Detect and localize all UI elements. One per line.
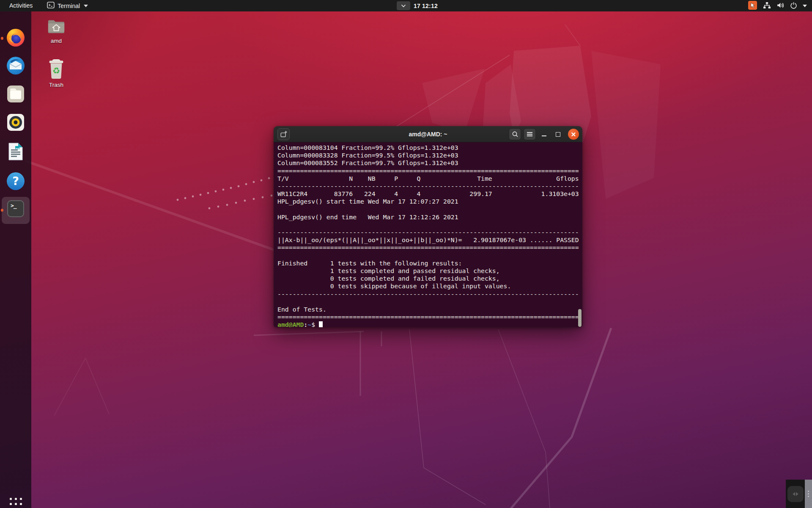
search-button[interactable] [509, 128, 521, 140]
minimize-icon [542, 135, 546, 136]
dock-item-terminal[interactable]: >_ [7, 200, 24, 217]
firefox-icon [5, 28, 26, 48]
terminal-line: Column=000083552 Fraction=99.7% Gflops=1… [277, 159, 582, 167]
terminal-window: amd@AMD: ~ [274, 126, 582, 327]
titlebar[interactable]: amd@AMD: ~ [274, 126, 582, 142]
corner-widget-panel [786, 480, 805, 508]
show-applications-button[interactable] [8, 496, 23, 508]
terminal-line: T/V N NB P Q Time Gflops [277, 175, 582, 182]
prompt-path: ~ [307, 321, 311, 327]
minimize-button[interactable] [538, 128, 550, 140]
terminal-line: 0 tests completed and failed residual ch… [277, 275, 582, 282]
new-tab-icon [280, 130, 288, 138]
menu-button[interactable] [524, 128, 536, 140]
dock: ? >_ [0, 11, 31, 508]
svg-text:?: ? [12, 174, 19, 188]
dock-item-thunderbird[interactable] [5, 55, 26, 76]
desktop-icon-trash[interactable]: ♻ Trash [41, 58, 72, 88]
thunderbird-icon [5, 55, 26, 76]
text-cursor [319, 321, 323, 327]
terminal-line: ========================================… [277, 167, 582, 175]
terminal-line: Column=000083328 Fraction=99.5% Gflops=1… [277, 152, 582, 159]
terminal-running-dot [1, 209, 3, 212]
terminal-line: 0 tests skipped because of illegal input… [277, 282, 582, 290]
terminal-line: ----------------------------------------… [277, 229, 582, 236]
desktop-icon-label: Trash [41, 82, 72, 88]
app-menu[interactable]: Terminal [47, 1, 88, 10]
terminal-line: HPL_pdgesv() end time Wed Mar 17 12:12:2… [277, 213, 582, 221]
maximize-icon [556, 132, 560, 137]
dock-item-libreoffice-writer[interactable] [5, 141, 26, 162]
activities-button[interactable]: Activities [6, 0, 36, 11]
terminal-scrollbar[interactable] [578, 309, 582, 327]
prompt-separator: : [304, 321, 307, 327]
terminal-app-icon [47, 1, 55, 10]
clock-label: 17 12:12 [414, 3, 438, 9]
chevron-down-icon [84, 5, 88, 7]
screenshare-indicator-icon[interactable] [748, 1, 757, 11]
prompt-symbol: $ [311, 321, 315, 327]
terminal-line [277, 252, 582, 260]
terminal-line: Finished 1 tests with the following resu… [277, 260, 582, 267]
shell-prompt: amd@AMD:~$ [277, 321, 582, 327]
files-icon [5, 84, 26, 104]
home-folder-icon [47, 17, 66, 36]
desktop-icon-home-folder[interactable]: amd [41, 17, 72, 44]
dock-item-help[interactable]: ? [5, 171, 26, 191]
desktop-icon-label: amd [41, 38, 72, 44]
rhythmbox-icon [5, 112, 26, 133]
clock-menu[interactable]: 17 12:12 [397, 0, 438, 11]
terminal-line: ----------------------------------------… [277, 290, 582, 298]
terminal-line [277, 221, 582, 229]
dock-item-firefox[interactable] [5, 28, 26, 48]
flip-icon [791, 490, 800, 498]
dock-item-rhythmbox[interactable] [5, 112, 26, 133]
terminal-line [277, 298, 582, 306]
chevron-down-icon [401, 4, 406, 8]
notification-chip[interactable] [397, 1, 410, 10]
hamburger-icon [527, 132, 532, 136]
system-tray[interactable] [763, 2, 807, 10]
corner-widget [786, 480, 812, 508]
svg-text:♻: ♻ [52, 66, 60, 76]
dock-item-files[interactable] [5, 84, 26, 104]
app-menu-label: Terminal [58, 3, 80, 9]
chevron-down-icon [803, 5, 807, 7]
terminal-line: ========================================… [277, 244, 582, 251]
window-title: amd@AMD: ~ [274, 131, 582, 138]
terminal-line: 1 tests completed and passed residual ch… [277, 267, 582, 275]
top-bar: Activities Terminal 17 12:12 [0, 0, 812, 11]
terminal-line [277, 206, 582, 213]
maximize-button[interactable] [552, 128, 564, 140]
power-icon [790, 2, 797, 10]
terminal-content[interactable]: Column=000083104 Fraction=99.2% Gflops=1… [274, 142, 582, 327]
firefox-running-dot [1, 37, 3, 40]
workspace-flip-button[interactable] [787, 486, 804, 502]
terminal-line: HPL_pdgesv() start time Wed Mar 17 12:07… [277, 198, 582, 205]
terminal-line: ----------------------------------------… [277, 182, 582, 190]
trash-icon: ♻ [47, 58, 66, 80]
libreoffice-writer-icon [5, 141, 26, 162]
terminal-line: WR11C2R4 83776 224 4 4 299.17 1.3103e+03 [277, 190, 582, 198]
terminal-line: ||Ax-b||_oo/(eps*(||A||_oo*||x||_oo+||b|… [277, 236, 582, 244]
prompt-user: amd@AMD [277, 321, 304, 327]
close-button[interactable]: ✕ [568, 129, 579, 140]
desktop-screen: Activities Terminal 17 12:12 [0, 0, 812, 508]
close-icon: ✕ [571, 131, 576, 138]
search-icon [512, 131, 518, 138]
terminal-line: End of Tests. [277, 306, 582, 313]
terminal-line: ========================================… [277, 313, 582, 321]
help-icon: ? [5, 171, 26, 191]
widget-drag-handle[interactable] [805, 480, 812, 508]
volume-icon [776, 2, 785, 10]
terminal-line: Column=000083104 Fraction=99.2% Gflops=1… [277, 144, 582, 152]
new-tab-button[interactable] [277, 128, 290, 140]
terminal-icon: >_ [11, 202, 16, 209]
network-wired-icon [763, 2, 771, 10]
